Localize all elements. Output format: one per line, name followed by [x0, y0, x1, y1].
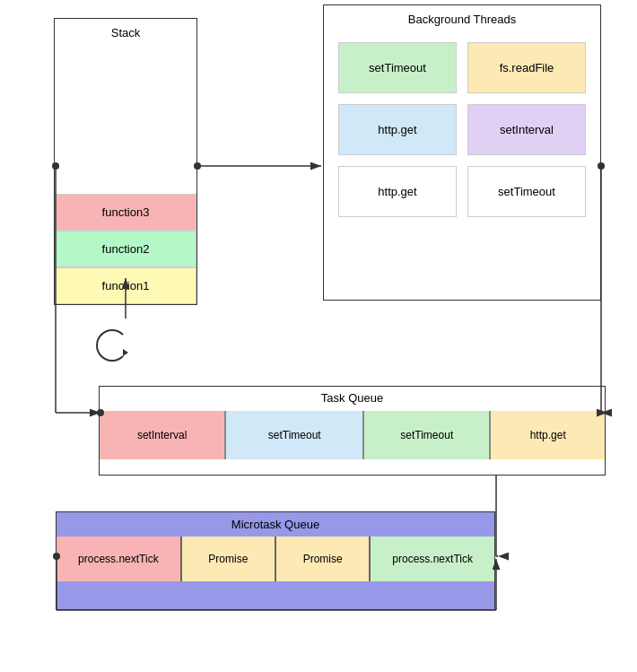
- thread-item-httpGet2: http.get: [338, 166, 457, 217]
- stack-items: function3 function2 function1: [55, 194, 196, 304]
- tq-item-setInterval: setInterval: [100, 411, 226, 459]
- mt-item-processNextTick1: process.nextTick: [57, 537, 182, 581]
- diagram: Stack function3 function2 function1 Back…: [0, 0, 637, 672]
- stack-box: Stack function3 function2 function1: [54, 18, 197, 305]
- thread-item-fsReadFile: fs.readFile: [467, 42, 586, 93]
- mt-item-promise1: Promise: [182, 537, 276, 581]
- tq-item-setTimeout1: setTimeout: [226, 411, 364, 459]
- thread-grid: setTimeout fs.readFile http.get setInter…: [324, 33, 600, 226]
- event-loop-arrow-icon: [123, 349, 128, 356]
- tq-item-httpGet: http.get: [491, 411, 605, 459]
- tq-item-setTimeout2: setTimeout: [364, 411, 491, 459]
- thread-item-setInterval1: setInterval: [467, 104, 586, 155]
- thread-item-httpGet1: http.get: [338, 104, 457, 155]
- thread-item-setTimeout2: setTimeout: [467, 166, 586, 217]
- microtask-queue-items: process.nextTick Promise Promise process…: [57, 537, 494, 581]
- task-queue-box: Task Queue setInterval setTimeout setTim…: [99, 386, 606, 476]
- mt-item-processNextTick2: process.nextTick: [371, 537, 494, 581]
- microtask-queue-box: Microtask Queue process.nextTick Promise…: [56, 511, 495, 610]
- stack-label: Stack: [55, 19, 196, 47]
- thread-item-setTimeout1: setTimeout: [338, 42, 457, 93]
- stack-item-function1: function1: [55, 267, 196, 304]
- microtask-queue-label: Microtask Queue: [57, 512, 494, 537]
- bg-threads-label: Background Threads: [324, 5, 600, 33]
- task-queue-label: Task Queue: [100, 387, 605, 409]
- mt-item-promise2: Promise: [276, 537, 371, 581]
- task-queue-items: setInterval setTimeout setTimeout http.g…: [100, 411, 605, 459]
- stack-item-function3: function3: [55, 194, 196, 231]
- stack-item-function2: function2: [55, 231, 196, 267]
- bg-threads-box: Background Threads setTimeout fs.readFil…: [323, 4, 601, 301]
- event-loop: [90, 323, 135, 368]
- event-loop-circle: [96, 329, 128, 362]
